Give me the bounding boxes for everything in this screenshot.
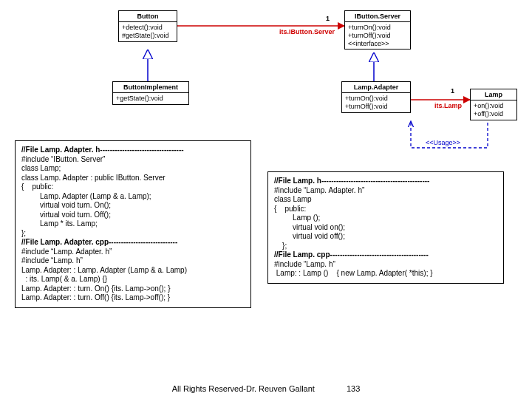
code-line: //File Lamp. Adapter. h-----------------… xyxy=(21,146,245,155)
code-line: }; xyxy=(21,229,245,239)
uml-lamp-title: Lamp xyxy=(471,89,516,100)
footer-text: All Rights Reserved-Dr. Reuven Gallant xyxy=(172,384,315,393)
uml-ibuttonserver: IButton.Server +turnOn():void +turnOff()… xyxy=(344,10,411,50)
code-line: virtual void on(); xyxy=(274,223,497,233)
uml-button-title: Button xyxy=(119,11,177,22)
uml-lampadapter: Lamp.Adapter +turnOn():void +turnOff():v… xyxy=(341,81,411,113)
assoc-label-ibutton: its.IButton.Server xyxy=(279,28,335,35)
uml-lamp: Lamp +on():void +off():void xyxy=(470,89,517,120)
code-line: Lamp (); xyxy=(274,214,497,223)
code-line: virtual void off(); xyxy=(274,232,497,242)
mult-label: 1 xyxy=(451,87,454,95)
code-line: //File Lamp. h--------------------------… xyxy=(274,177,497,186)
code-line: Lamp. Adapter: : Lamp. Adapter (Lamp & a… xyxy=(21,266,245,276)
code-line: virtual void turn. Off(); xyxy=(21,211,245,220)
footer: All Rights Reserved-Dr. Reuven Gallant 1… xyxy=(0,384,532,393)
uml-op: <<interface>> xyxy=(348,40,407,48)
code-line: #include “Lamp. Adapter. h” xyxy=(21,248,245,257)
code-line: }; xyxy=(274,242,497,251)
mult-label: 1 xyxy=(326,15,330,22)
uml-button: Button +detect():void #getState():void xyxy=(118,10,177,42)
code-line: virtual void turn. On(); xyxy=(21,201,245,211)
code-line: class Lamp. Adapter : public IButton. Se… xyxy=(21,174,245,183)
code-line: class Lamp; xyxy=(21,164,245,174)
code-line: Lamp: : Lamp () { new Lamp. Adapter( *th… xyxy=(274,269,497,279)
code-line: Lamp. Adapter: : turn. On() {its. Lamp->… xyxy=(21,284,245,294)
uml-op: #getState():void xyxy=(122,32,174,40)
code-line: : its. Lamp( & a. Lamp) {} xyxy=(21,275,245,284)
uml-op: +turnOn():void xyxy=(345,95,407,103)
code-line: Lamp. Adapter: : turn. Off() {its. Lamp-… xyxy=(21,293,245,303)
code-line: #include “IButton. Server” xyxy=(21,155,245,165)
page-number: 133 xyxy=(347,384,360,393)
uml-buttonimpl-title: ButtonImplement xyxy=(113,82,188,93)
code-line: Lamp * its. Lamp; xyxy=(21,219,245,229)
assoc-label-lamp: its.Lamp xyxy=(434,102,462,109)
uml-op: +getState():void xyxy=(116,95,185,103)
uml-op: +detect():void xyxy=(122,24,174,32)
code-box-lampadapter: //File Lamp. Adapter. h-----------------… xyxy=(15,140,251,308)
uml-lampadapter-title: Lamp.Adapter xyxy=(342,82,410,93)
uml-op: +off():void xyxy=(474,110,514,118)
uml-ibuttonserver-title: IButton.Server xyxy=(345,11,410,22)
code-line: class Lamp xyxy=(274,195,497,205)
code-line: { public: xyxy=(274,205,497,214)
code-line: #include “Lamp. h” xyxy=(21,256,245,266)
code-line: //File Lamp. Adapter. cpp---------------… xyxy=(21,238,245,248)
code-line: { public: xyxy=(21,183,245,192)
code-line: #include “Lamp. h” xyxy=(274,260,497,270)
uml-op: +turnOff():void xyxy=(345,103,407,111)
uml-op: +on():void xyxy=(474,102,514,110)
uml-op: +turnOn():void xyxy=(348,24,407,32)
code-line: #include “Lamp. Adapter. h” xyxy=(274,186,497,196)
usage-label: <<Usage>> xyxy=(426,139,460,146)
code-line: Lamp. Adapter (Lamp & a. Lamp); xyxy=(21,192,245,202)
uml-op: +turnOff():void xyxy=(348,32,407,40)
code-box-lamp: //File Lamp. h--------------------------… xyxy=(267,171,504,284)
uml-buttonimpl: ButtonImplement +getState():void xyxy=(112,81,189,105)
code-line: //File Lamp. cpp------------------------… xyxy=(274,250,497,260)
